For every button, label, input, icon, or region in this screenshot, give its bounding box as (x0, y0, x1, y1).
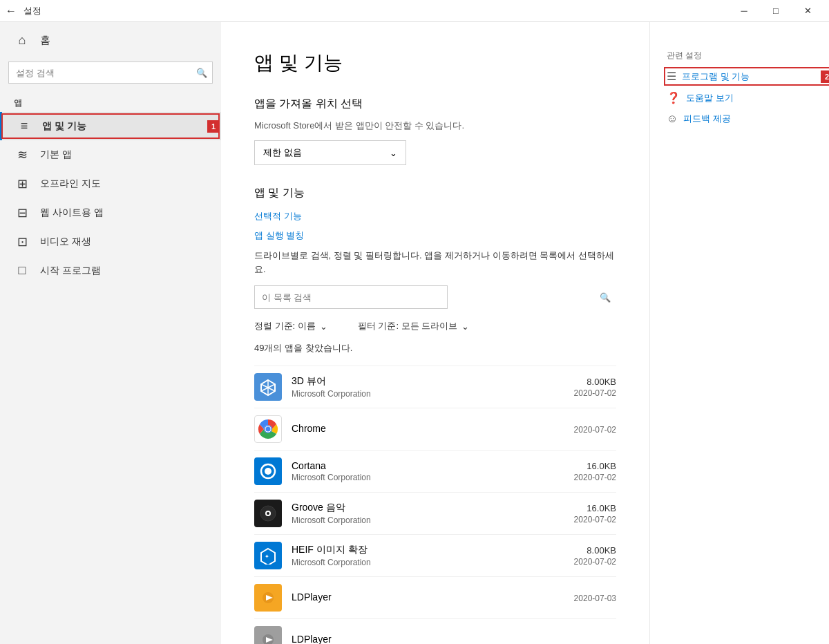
programs-features-link[interactable]: 프로그램 및 기능 (682, 70, 750, 83)
app-info-chrome: Chrome (292, 423, 544, 435)
app-name-3d-viewer: 3D 뷰어 (292, 375, 544, 388)
home-label: 홈 (40, 34, 50, 47)
apps-search-box: 🔍 (254, 285, 616, 309)
app-date-heif: 2020-07-02 (554, 557, 616, 567)
app-body: ⌂ 홈 🔍 앱 ≡ 앱 및 기능 1 ≋ 기본 앱 ⊞ 오프라인 지도 (0, 22, 829, 644)
sidebar-item-label-startup: 시작 프로그램 (40, 265, 101, 277)
app-icon-cortana (254, 457, 282, 485)
annotation-2: 2 (821, 70, 829, 83)
location-dropdown[interactable]: 제한 없음 ⌄ (254, 140, 406, 165)
app-info-groove: Groove 음악 Microsoft Corporation (292, 502, 544, 525)
app-info-cortana: Cortana Microsoft Corporation (292, 460, 544, 482)
search-icon: 🔍 (196, 68, 207, 78)
window-title: 설정 (23, 5, 41, 17)
offline-maps-icon: ⊞ (14, 176, 30, 191)
location-subtitle: 앱을 가져올 위치 선택 (254, 97, 616, 111)
apps-count: 49개의 앱을 찾았습니다. (254, 342, 616, 354)
table-row[interactable]: ✦ HEIF 이미지 확장 Microsoft Corporation 8.00… (254, 534, 616, 576)
sidebar-item-video[interactable]: ⊡ 비디오 재생 (0, 227, 221, 256)
sidebar: ⌂ 홈 🔍 앱 ≡ 앱 및 기능 1 ≋ 기본 앱 ⊞ 오프라인 지도 (0, 22, 221, 644)
apps-section-title: 앱 및 기능 (254, 186, 616, 200)
app-icon-groove (254, 500, 282, 527)
app-size-heif: 8.00KB (554, 545, 616, 556)
startup-icon: □ (14, 263, 30, 278)
sidebar-item-apps-features[interactable]: ≡ 앱 및 기능 (0, 112, 221, 140)
window-controls: ─ □ ✕ (728, 0, 823, 22)
app-publisher-cortana: Microsoft Corporation (292, 473, 544, 482)
app-meta-ldplayer2 (554, 639, 616, 641)
app-meta-ldplayer: 2020-07-03 (554, 592, 616, 603)
sidebar-section-apps: 앱 (0, 92, 221, 112)
table-row[interactable]: LDPlayer (254, 618, 616, 644)
home-icon: ⌂ (14, 33, 30, 48)
table-row[interactable]: LDPlayer 2020-07-03 (254, 576, 616, 618)
app-icon-heif: ✦ (254, 542, 282, 569)
help-icon: ❓ (667, 91, 680, 104)
feedback-icon: ☺ (667, 113, 678, 125)
programs-features-link-row: ☰ 프로그램 및 기능 (667, 70, 812, 83)
minimize-button[interactable]: ─ (728, 0, 760, 22)
default-apps-icon: ≋ (14, 147, 30, 162)
app-info-heif: HEIF 이미지 확장 Microsoft Corporation (292, 544, 544, 567)
filter-label: 필터 기준: 모든 드라이브 (358, 320, 457, 332)
apps-search-input[interactable] (254, 285, 448, 309)
apps-search-icon: 🔍 (600, 292, 611, 303)
app-name-chrome: Chrome (292, 423, 544, 434)
page-title: 앱 및 기능 (254, 50, 616, 76)
location-section: 앱을 가져올 위치 선택 Microsoft Store에서 받은 앱만이 안전… (254, 97, 616, 165)
maximize-button[interactable]: □ (760, 0, 792, 22)
app-alias-link[interactable]: 앱 실행 별칭 (254, 229, 616, 242)
help-link-row: ❓ 도움말 보기 (667, 91, 812, 104)
feedback-link[interactable]: 피드백 제공 (683, 113, 731, 125)
back-button[interactable]: ← (6, 5, 17, 17)
location-description: Microsoft Store에서 받은 앱만이 안전할 수 있습니다. (254, 120, 616, 132)
sidebar-item-label-default-apps: 기본 앱 (40, 149, 72, 161)
programs-features-wrapper: ☰ 프로그램 및 기능 2 (667, 70, 812, 83)
app-info-3d-viewer: 3D 뷰어 Microsoft Corporation (292, 375, 544, 399)
svg-point-10 (265, 468, 271, 475)
sort-chevron-icon: ⌄ (320, 321, 327, 332)
app-name-heif: HEIF 이미지 확장 (292, 544, 544, 556)
title-bar-left: ← 설정 (6, 5, 41, 17)
sidebar-search: 🔍 (8, 61, 213, 84)
settings-search-input[interactable] (8, 61, 213, 84)
help-link[interactable]: 도움말 보기 (686, 92, 734, 104)
table-row[interactable]: 3D 뷰어 Microsoft Corporation 8.00KB 2020-… (254, 366, 616, 408)
app-date-cortana: 2020-07-02 (554, 473, 616, 482)
optional-features-link[interactable]: 선택적 기능 (254, 210, 616, 222)
app-icon-3d-viewer (254, 373, 282, 401)
app-publisher-groove: Microsoft Corporation (292, 515, 544, 525)
apps-section: 앱 및 기능 선택적 기능 앱 실행 별칭 드라이브별로 검색, 정렬 및 필터… (254, 186, 616, 644)
main-content: 앱 및 기능 앱을 가져올 위치 선택 Microsoft Store에서 받은… (221, 22, 649, 644)
location-dropdown-value: 제한 없음 (263, 146, 302, 159)
video-icon: ⊡ (14, 234, 30, 249)
sidebar-item-startup[interactable]: □ 시작 프로그램 (0, 256, 221, 285)
web-apps-icon: ⊟ (14, 205, 30, 220)
close-button[interactable]: ✕ (792, 0, 823, 22)
table-row[interactable]: Chrome 2020-07-02 (254, 408, 616, 450)
app-meta-3d-viewer: 8.00KB 2020-07-02 (554, 377, 616, 398)
chevron-down-icon: ⌄ (390, 148, 397, 158)
sidebar-item-label-video: 비디오 재생 (40, 236, 91, 248)
filter-row: 정렬 기준: 이름 ⌄ 필터 기준: 모든 드라이브 ⌄ (254, 320, 616, 332)
app-date-chrome: 2020-07-02 (554, 425, 616, 435)
sidebar-home[interactable]: ⌂ 홈 (0, 22, 221, 59)
sidebar-item-web-apps[interactable]: ⊟ 웹 사이트용 앱 (0, 198, 221, 227)
sidebar-item-label-offline-maps: 오프라인 지도 (40, 178, 101, 190)
app-publisher-3d-viewer: Microsoft Corporation (292, 389, 544, 399)
table-row[interactable]: Cortana Microsoft Corporation 16.0KB 202… (254, 450, 616, 492)
app-icon-chrome (254, 415, 282, 443)
app-meta-groove: 16.0KB 2020-07-02 (554, 503, 616, 524)
app-date-3d-viewer: 2020-07-02 (554, 388, 616, 398)
filter-description: 드라이브별로 검색, 정렬 및 필터링합니다. 앱을 제거하거나 이동하려면 목… (254, 249, 616, 276)
feedback-link-row: ☺ 피드백 제공 (667, 113, 812, 125)
sidebar-item-wrapper-apps-features: ≡ 앱 및 기능 1 (0, 112, 221, 140)
app-name-cortana: Cortana (292, 460, 544, 471)
app-icon-ldplayer2 (254, 626, 282, 644)
app-size-cortana: 16.0KB (554, 461, 616, 471)
sidebar-item-offline-maps[interactable]: ⊞ 오프라인 지도 (0, 169, 221, 198)
programs-features-icon: ☰ (667, 70, 676, 83)
table-row[interactable]: Groove 음악 Microsoft Corporation 16.0KB 2… (254, 492, 616, 534)
sidebar-item-default-apps[interactable]: ≋ 기본 앱 (0, 140, 221, 169)
filter-chevron-icon: ⌄ (461, 321, 469, 332)
